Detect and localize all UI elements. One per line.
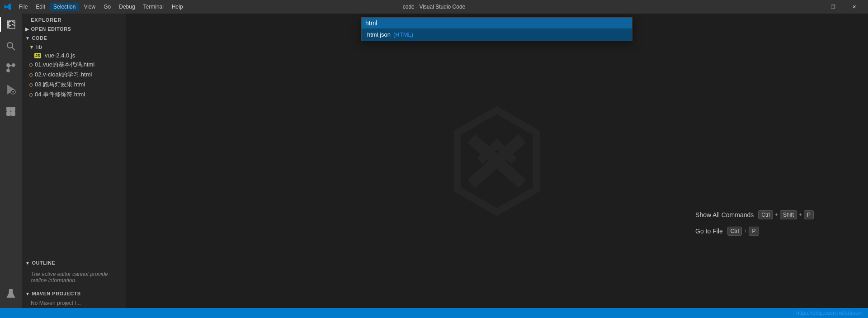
menu-terminal[interactable]: Terminal <box>140 3 167 11</box>
window-title: code - Visual Studio Code <box>403 4 466 10</box>
command-palette-input[interactable] <box>365 19 628 27</box>
js-file-icon: JS <box>34 53 41 58</box>
file-3-label: 03.跑马灯效果.html <box>35 81 85 89</box>
tree-item-vue[interactable]: JS vue-2.4.0.js <box>22 51 126 60</box>
title-bar-left: File Edit Selection View Go Debug Termin… <box>4 3 187 11</box>
main-layout: EXPLORER ▶ OPEN EDITORS ▼ CODE ▼ lib JS … <box>0 14 868 308</box>
svg-point-5 <box>12 64 15 66</box>
command-palette-overlay: html.json (HTML) <box>126 14 868 308</box>
file-1-label: 01.vue的基本代码.html <box>35 61 94 69</box>
html-icon-2: ◇ <box>29 71 33 78</box>
result-type: (HTML) <box>393 31 413 38</box>
vue-file-label: vue-2.4.0.js <box>45 52 75 59</box>
activity-extensions[interactable] <box>0 100 22 122</box>
maven-label: MAVEN PROJECTS <box>32 291 80 296</box>
maximize-button[interactable]: ❐ <box>823 0 844 14</box>
command-palette: html.json (HTML) <box>361 17 632 41</box>
title-bar: File Edit Selection View Go Debug Termin… <box>0 0 868 14</box>
open-editors-section[interactable]: ▶ OPEN EDITORS <box>22 24 126 33</box>
html-icon-4: ◇ <box>29 91 33 98</box>
tree-item-file-3[interactable]: ◇ 03.跑马灯效果.html <box>22 80 126 90</box>
sidebar: EXPLORER ▶ OPEN EDITORS ▼ CODE ▼ lib JS … <box>22 14 126 308</box>
file-4-label: 04.事件修饰符.html <box>35 90 85 99</box>
svg-point-2 <box>7 43 13 48</box>
code-chevron: ▼ <box>25 36 30 41</box>
menu-view[interactable]: View <box>80 3 99 11</box>
menu-go[interactable]: Go <box>100 3 114 11</box>
svg-point-4 <box>7 69 9 72</box>
close-button[interactable]: ✕ <box>844 0 864 14</box>
lib-label: lib <box>36 43 42 50</box>
minimize-button[interactable]: ─ <box>802 0 823 14</box>
tree-item-file-4[interactable]: ◇ 04.事件修饰符.html <box>22 90 126 100</box>
open-editors-chevron: ▶ <box>25 27 29 32</box>
menu-debug[interactable]: Debug <box>115 3 138 11</box>
outline-chevron: ▼ <box>25 261 30 266</box>
status-bar: https://blog.csdn.net/daponi <box>0 308 868 318</box>
code-label: CODE <box>32 35 47 41</box>
tree-item-lib[interactable]: ▼ lib <box>22 43 126 51</box>
tree-item-file-2[interactable]: ◇ 02.v-cloak的学习.html <box>22 70 126 80</box>
menu-edit[interactable]: Edit <box>32 3 49 11</box>
html-icon-3: ◇ <box>29 81 33 88</box>
command-input-wrapper[interactable] <box>362 18 632 28</box>
activity-testing[interactable] <box>0 283 22 304</box>
svg-rect-13 <box>7 112 10 115</box>
activity-source-control[interactable] <box>0 57 22 79</box>
outline-section-header[interactable]: ▼ OUTLINE <box>22 258 126 267</box>
file-tree: ▼ lib JS vue-2.4.0.js ◇ 01.vue的基本代码.html… <box>22 43 126 256</box>
menu-help[interactable]: Help <box>168 3 187 11</box>
activity-debug[interactable] <box>0 79 22 100</box>
outline-message: The active editor cannot provide outline… <box>22 267 126 287</box>
maven-section-header[interactable]: ▼ MAVEN PROJECTS <box>22 289 126 298</box>
result-filename: html.json <box>367 31 391 38</box>
sidebar-header: EXPLORER <box>22 14 126 24</box>
svg-rect-0 <box>7 20 9 28</box>
svg-rect-12 <box>11 107 15 111</box>
outline-label: OUTLINE <box>32 260 55 266</box>
open-editors-label: OPEN EDITORS <box>31 26 71 32</box>
editor-area: html.json (HTML) <box>126 14 868 308</box>
html-icon-1: ◇ <box>29 62 33 68</box>
svg-rect-14 <box>11 112 15 115</box>
window-controls: ─ ❐ ✕ <box>802 0 864 14</box>
svg-rect-11 <box>7 107 10 111</box>
activity-bar <box>0 14 22 308</box>
svg-line-3 <box>12 47 15 51</box>
menu-file[interactable]: File <box>15 3 31 11</box>
status-url[interactable]: https://blog.csdn.net/daponi <box>794 310 864 316</box>
maven-message: No Maven project f... <box>22 298 126 308</box>
code-section-header[interactable]: ▼ CODE <box>22 33 126 43</box>
vscode-logo-icon <box>4 3 12 11</box>
menu-selection[interactable]: Selection <box>50 3 79 11</box>
file-2-label: 02.v-cloak的学习.html <box>35 71 92 79</box>
activity-explorer[interactable] <box>0 14 22 35</box>
activity-search[interactable] <box>0 35 22 57</box>
command-result-0[interactable]: html.json (HTML) <box>362 28 632 41</box>
maven-chevron: ▼ <box>25 291 30 296</box>
folder-icon: ▼ <box>29 44 34 50</box>
status-right: https://blog.csdn.net/daponi <box>794 310 864 316</box>
tree-item-file-1[interactable]: ◇ 01.vue的基本代码.html <box>22 60 126 70</box>
menu-bar: File Edit Selection View Go Debug Termin… <box>15 3 187 11</box>
